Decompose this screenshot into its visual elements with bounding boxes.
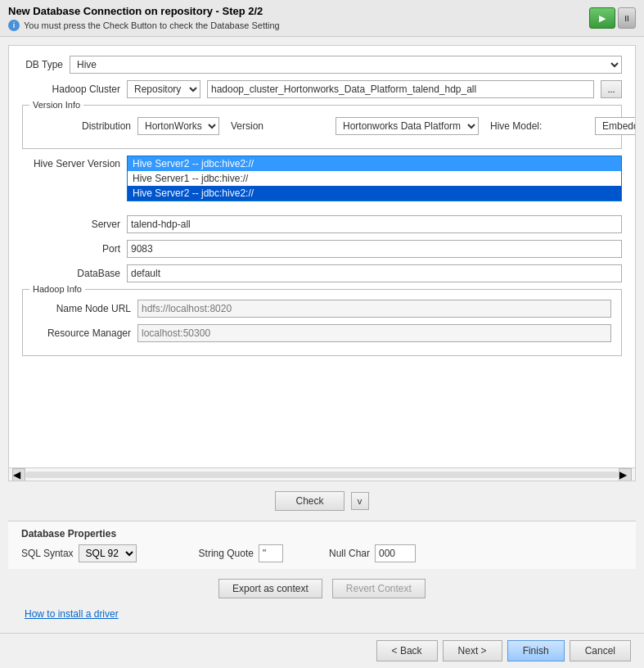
driver-link[interactable]: How to install a driver — [16, 605, 127, 623]
port-input[interactable] — [127, 240, 622, 258]
distribution-label: Distribution — [33, 120, 131, 132]
hadoop-rows: Name Node URL Resource Manager — [33, 300, 611, 342]
check-button-area: Check v — [8, 481, 636, 521]
v-button[interactable]: v — [351, 492, 369, 510]
port-label: Port — [22, 243, 120, 255]
sql-syntax-group: SQL Syntax SQL 92 — [21, 544, 137, 562]
string-quote-input[interactable] — [259, 544, 283, 562]
pause-button[interactable] — [618, 7, 636, 29]
null-char-input[interactable] — [375, 544, 416, 562]
main-window: New Database Connection on repository - … — [0, 0, 644, 668]
database-input[interactable] — [127, 264, 622, 282]
null-char-group: Null Char — [329, 544, 416, 562]
resource-manager-row: Resource Manager — [33, 324, 611, 342]
next-button[interactable]: Next > — [443, 640, 502, 661]
version-select[interactable]: Hortonworks Data Platform — [336, 117, 479, 135]
distribution-row: Distribution HortonWorks Version Hortonw… — [33, 117, 611, 135]
scroll-right-button[interactable]: ▶ — [619, 468, 632, 481]
hive-model-select[interactable]: Embedded — [595, 117, 635, 135]
finish-button[interactable]: Finish — [507, 640, 565, 661]
resource-manager-label: Resource Manager — [33, 327, 131, 339]
run-button[interactable] — [589, 7, 615, 29]
cancel-button[interactable]: Cancel — [570, 640, 631, 661]
db-properties-section: Database Properties SQL Syntax SQL 92 St… — [8, 521, 636, 569]
browse-button[interactable]: ... — [601, 80, 622, 98]
scroll-left-button[interactable]: ◀ — [12, 468, 25, 481]
hive-server-version-label: Hive Server Version — [22, 158, 120, 169]
sql-syntax-select[interactable]: SQL 92 — [79, 544, 137, 562]
hadoop-info-section: Hadoop Info Name Node URL Resource Manag… — [22, 289, 622, 356]
check-button[interactable]: Check — [275, 491, 344, 511]
name-node-url-label: Name Node URL — [33, 303, 131, 314]
back-button[interactable]: < Back — [376, 640, 438, 661]
hadoop-cluster-source-select[interactable]: Repository — [127, 80, 200, 98]
title-info: i You must press the Check Button to che… — [8, 20, 280, 31]
db-type-label: DB Type — [22, 59, 63, 70]
string-quote-group: String Quote — [199, 544, 283, 562]
hive-server-option-selected-top[interactable]: Hive Server2 -- jdbc:hive2:// — [128, 156, 621, 171]
hadoop-cluster-input[interactable] — [207, 80, 594, 98]
main-content: DB Type Hive Hadoop Cluster Repository .… — [0, 37, 644, 633]
title-bar: New Database Connection on repository - … — [0, 0, 644, 37]
db-type-row: DB Type Hive — [22, 56, 622, 74]
server-input[interactable] — [127, 215, 622, 233]
version-info-content: Distribution HortonWorks Version Hortonw… — [33, 117, 611, 135]
hive-server-option-2[interactable]: Hive Server2 -- jdbc:hive2:// — [128, 186, 621, 201]
sql-syntax-label: SQL Syntax — [21, 548, 74, 559]
hadoop-cluster-label: Hadoop Cluster — [22, 84, 120, 95]
driver-link-area: How to install a driver — [8, 608, 636, 625]
name-node-url-input[interactable] — [137, 300, 611, 318]
database-row: DataBase — [22, 264, 622, 282]
null-char-label: Null Char — [329, 548, 370, 559]
server-label: Server — [22, 219, 120, 230]
title-bar-left: New Database Connection on repository - … — [8, 5, 280, 31]
name-node-url-row: Name Node URL — [33, 300, 611, 318]
distribution-select[interactable]: HortonWorks — [137, 117, 219, 135]
hadoop-cluster-row: Hadoop Cluster Repository ... — [22, 80, 622, 98]
resource-manager-input[interactable] — [137, 324, 611, 342]
db-type-select[interactable]: Hive — [70, 56, 622, 74]
horizontal-scrollbar[interactable]: ◀ ▶ — [9, 467, 635, 481]
form-scroll-area[interactable]: DB Type Hive Hadoop Cluster Repository .… — [9, 46, 635, 467]
version-label: Version — [231, 120, 329, 132]
port-row: Port — [22, 240, 622, 258]
hive-model-label: Hive Model: — [490, 120, 588, 132]
db-properties-title: Database Properties — [21, 528, 623, 539]
server-row: Server — [22, 215, 622, 233]
hadoop-info-title: Hadoop Info — [29, 284, 85, 294]
string-quote-label: String Quote — [199, 548, 254, 559]
db-properties-row: SQL Syntax SQL 92 String Quote Null Char — [21, 544, 623, 562]
info-message: You must press the Check Button to check… — [24, 20, 280, 30]
form-panel: DB Type Hive Hadoop Cluster Repository .… — [8, 45, 636, 481]
revert-context-button[interactable]: Revert Context — [332, 579, 426, 598]
hive-server-version-row: Hive Server Version Hive Server2 -- jdbc… — [22, 156, 622, 169]
info-icon: i — [8, 20, 20, 31]
database-label: DataBase — [22, 268, 120, 279]
context-buttons-area: Export as context Revert Context — [8, 569, 636, 608]
export-context-button[interactable]: Export as context — [218, 579, 322, 598]
window-title: New Database Connection on repository - … — [8, 5, 280, 17]
hive-server-dropdown-list: Hive Server2 -- jdbc:hive2:// Hive Serve… — [127, 156, 622, 201]
bottom-nav: < Back Next > Finish Cancel — [0, 633, 644, 668]
version-info-section: Version Info Distribution HortonWorks Ve… — [22, 105, 622, 149]
title-actions — [589, 7, 636, 29]
hive-server-option-1[interactable]: Hive Server1 -- jdbc:hive:// — [128, 171, 621, 186]
scrollbar-track — [25, 472, 619, 478]
version-info-title: Version Info — [29, 100, 83, 110]
